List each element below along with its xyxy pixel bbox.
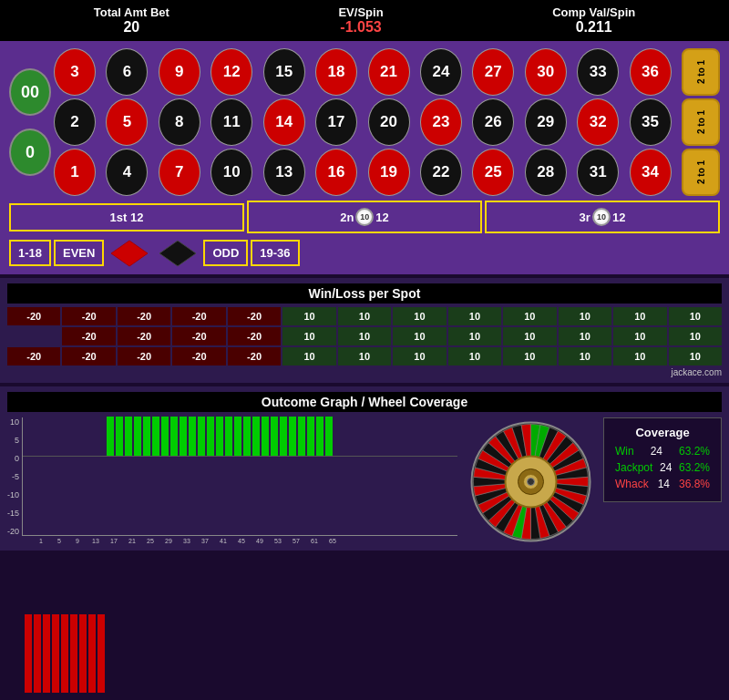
num-cell-22[interactable]: 22 (420, 149, 462, 196)
coverage-whack-label: Whack (615, 478, 649, 490)
winloss-grid: -20-20-20-20-201010101010101010-20-20-20… (7, 307, 722, 365)
winloss-title: Win/Loss per Spot (7, 283, 722, 304)
num-cell-2[interactable]: 2 (54, 98, 96, 146)
winloss-cell: -20 (118, 307, 170, 325)
bar-chart: 10 5 0 -5 -10 -15 -20 1591317 (7, 417, 457, 544)
high-bet[interactable]: 19-36 (251, 240, 299, 266)
num-cell-34[interactable]: 34 (630, 149, 672, 196)
winloss-cell: 10 (613, 307, 666, 325)
num-cell-8[interactable]: 8 (159, 98, 200, 146)
x-label: 37 (197, 538, 213, 544)
dozen-2nd[interactable]: 2n 10 12 (247, 201, 482, 233)
tto-top[interactable]: 2 to 1 (682, 48, 720, 96)
num-cell-32[interactable]: 32 (577, 98, 619, 146)
x-label: 45 (233, 538, 250, 544)
coverage-title: Coverage (615, 426, 710, 439)
num-cell-17[interactable]: 17 (315, 98, 357, 146)
winloss-cell: -20 (172, 327, 225, 345)
roulette-table: 00 0 36912151821242730333625811141720232… (9, 48, 720, 196)
num-cell-11[interactable]: 11 (210, 98, 252, 146)
num-cell-18[interactable]: 18 (315, 48, 357, 96)
x-label: 33 (179, 538, 195, 544)
tto-column: 2 to 1 2 to 1 2 to 1 (682, 48, 720, 196)
num-cell-35[interactable]: 35 (630, 98, 672, 146)
comp-val-label: Comp Val/Spin (552, 5, 635, 19)
coverage-win-pct: 63.2% (679, 445, 710, 458)
odd-bet[interactable]: ODD (203, 240, 248, 266)
bars-container (23, 417, 457, 535)
ev-spin-stat: EV/Spin -1.053 (338, 5, 383, 36)
red-diamond[interactable] (107, 237, 152, 269)
winloss-section: Win/Loss per Spot -20-20-20-20-201010101… (0, 278, 729, 383)
winloss-cell: 10 (559, 307, 611, 325)
num-cell-4[interactable]: 4 (106, 149, 148, 196)
num-cell-3[interactable]: 3 (54, 48, 96, 96)
comp-val-stat: Comp Val/Spin 0.211 (552, 5, 635, 36)
coverage-whack-count: 14 (658, 478, 670, 490)
winloss-cell: -20 (118, 347, 170, 365)
coverage-win-count: 24 (651, 445, 662, 458)
num-cell-26[interactable]: 26 (472, 98, 514, 146)
black-diamond[interactable] (155, 237, 200, 269)
num-cell-28[interactable]: 28 (525, 149, 567, 196)
winloss-cell: -20 (62, 327, 115, 345)
tto-bot[interactable]: 2 to 1 (682, 149, 720, 196)
num-cell-25[interactable]: 25 (472, 149, 514, 196)
x-label: 41 (215, 538, 231, 544)
num-cell-16[interactable]: 16 (315, 149, 357, 196)
jackace-credit: jackace.com (7, 367, 722, 377)
winloss-cell: -20 (7, 307, 60, 325)
num-cell-10[interactable]: 10 (210, 149, 252, 196)
num-cell-7[interactable]: 7 (159, 149, 200, 196)
zero-cell[interactable]: 0 (9, 129, 51, 176)
y-label-10: 10 (7, 417, 19, 427)
num-cell-24[interactable]: 24 (420, 48, 462, 96)
low-bet[interactable]: 1-18 (9, 240, 51, 266)
stats-bar: Total Amt Bet 20 EV/Spin -1.053 Comp Val… (0, 0, 729, 41)
coverage-panel: Coverage Win 24 63.2% Jackpot 24 63.2% W… (603, 417, 722, 502)
winloss-cell: -20 (172, 347, 225, 365)
tto-mid[interactable]: 2 to 1 (682, 98, 720, 146)
num-cell-9[interactable]: 9 (159, 48, 200, 96)
bars-area (22, 417, 457, 536)
num-cell-19[interactable]: 19 (368, 149, 410, 196)
dozen-3rd[interactable]: 3r 10 12 (485, 201, 720, 233)
num-cell-12[interactable]: 12 (210, 48, 252, 96)
num-cell-6[interactable]: 6 (106, 48, 148, 96)
dozen-1st[interactable]: 1st 12 (9, 203, 244, 232)
num-cell-15[interactable]: 15 (263, 48, 305, 96)
y-label-0: 0 (7, 454, 19, 463)
roulette-wheel (469, 420, 592, 543)
even-bet[interactable]: EVEN (54, 240, 104, 266)
num-cell-27[interactable]: 27 (472, 48, 514, 96)
outcome-title: Outcome Graph / Wheel Coverage (7, 392, 722, 412)
num-cell-5[interactable]: 5 (106, 98, 148, 146)
winloss-cell: -20 (118, 327, 170, 345)
wheel-container (467, 417, 594, 545)
winloss-cell: 10 (669, 327, 722, 345)
num-cell-36[interactable]: 36 (630, 48, 672, 96)
num-cell-21[interactable]: 21 (368, 48, 410, 96)
winloss-cell: 10 (669, 307, 722, 325)
y-label-neg20: -20 (7, 527, 19, 536)
number-grid: 3691215182124273033362581114172023262932… (54, 48, 679, 196)
num-cell-1[interactable]: 1 (54, 149, 96, 196)
outcome-content: 10 5 0 -5 -10 -15 -20 1591317 (7, 417, 722, 545)
num-cell-30[interactable]: 30 (525, 48, 567, 96)
x-label: 53 (270, 538, 286, 544)
num-cell-20[interactable]: 20 (368, 98, 410, 146)
winloss-cell: 10 (393, 307, 446, 325)
winloss-cell: 10 (559, 327, 611, 345)
winloss-cell: 10 (613, 347, 666, 365)
roulette-table-section: 00 0 36912151821242730333625811141720232… (0, 41, 729, 274)
num-cell-14[interactable]: 14 (263, 98, 305, 146)
coverage-whack-pct: 36.8% (679, 478, 710, 490)
num-cell-33[interactable]: 33 (577, 48, 619, 96)
num-cell-29[interactable]: 29 (525, 98, 567, 146)
double-zero-cell[interactable]: 00 (9, 68, 51, 116)
num-cell-31[interactable]: 31 (577, 149, 619, 196)
winloss-cell: 10 (503, 347, 556, 365)
num-cell-23[interactable]: 23 (420, 98, 462, 146)
num-cell-13[interactable]: 13 (263, 149, 305, 196)
x-label: 13 (87, 538, 104, 544)
